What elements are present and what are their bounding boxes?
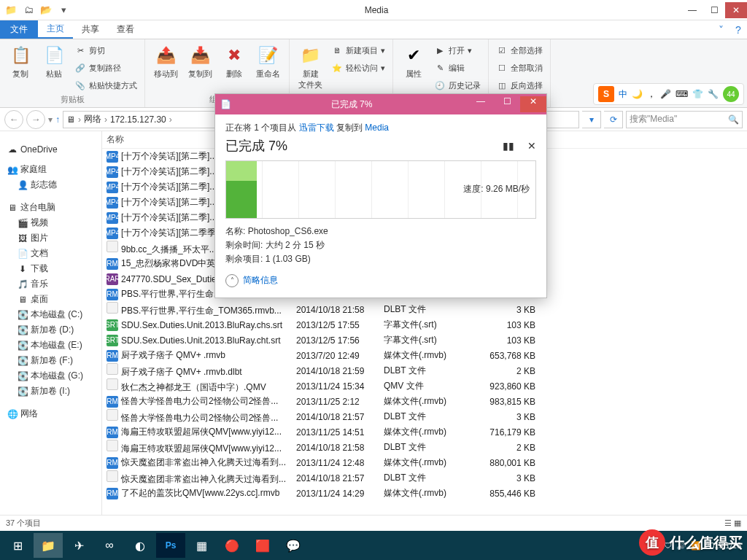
delete-button[interactable]: ✖删除 [220,42,249,81]
cancel-button[interactable]: ✕ [527,140,536,152]
file-row[interactable]: RM了不起的盖茨比QMV[www.22ys.cc].rmvb2013/11/24… [102,486,747,501]
ime-zh-icon[interactable]: 中 [619,88,627,101]
search-input[interactable]: 搜索"Media"🔍 [626,111,743,128]
file-row[interactable]: RM厨子戏子痞子 QMV+ .rmvb2013/7/20 12:49媒体文件(.… [102,348,747,363]
view-icons[interactable]: ☰ ▦ [724,518,741,528]
file-row[interactable]: 怪兽大学怪兽电力公司2怪物公司2怪兽...2014/10/18 21:57DLB… [102,409,747,424]
copy-button[interactable]: 📋复制 [6,42,35,81]
tree-item[interactable]: 💽本地磁盘 (C:) [3,307,98,322]
qat-properties-icon[interactable]: 🗂 [20,2,36,18]
file-row[interactable]: 狄仁杰之神都龙王（国语中字）.QMV2013/11/24 15:34QMV 文件… [102,378,747,394]
ime-kbd-icon[interactable]: ⌨ [676,89,688,99]
start-button[interactable]: ⊞ [3,533,32,558]
easy-access-button[interactable]: ⭐轻松访问 ▾ [330,60,387,76]
qat-newfolder-icon[interactable]: 📂 [38,2,54,18]
select-all-button[interactable]: ☑全部选择 [495,42,544,58]
qat-dropdown-icon[interactable]: ▾ [55,2,71,18]
tb-app6[interactable]: 🔴 [217,533,247,558]
tree-item[interactable]: 🎵音乐 [3,276,98,292]
taskbar[interactable]: ⊞ 📁 ✈ ∞ ◐ Ps ▦ 🔴 🟥 💬 ⚙ 🛡 🔊 📶 2019/1/16 [0,531,747,560]
ime-mic-icon[interactable]: 🎤 [660,89,671,99]
help-icon[interactable]: ? [729,20,747,39]
ime-toolbar[interactable]: S 中 🌙 ， 🎤 ⌨ 👕 🔧 44 [593,83,744,105]
tb-ps[interactable]: Ps [156,533,185,558]
tree-thispc[interactable]: 🖥这台电脑 [7,201,98,214]
dialog-close[interactable]: ✕ [520,96,546,112]
tb-explorer[interactable]: 📁 [34,533,63,558]
addr-dropdown[interactable]: ▾ [582,111,601,128]
file-row[interactable]: SRTSDU.Sex.Duties.Unit.2013.BluRay.cht.s… [102,332,747,348]
tree-item[interactable]: 🎬视频 [3,215,98,230]
tab-home[interactable]: 主页 [38,20,73,39]
minimize-button[interactable]: — [681,2,703,18]
file-row[interactable]: 惊天魔盗团非常盗出神入化腾天过海看到...2014/10/18 21:57DLB… [102,470,747,486]
ribbon-minimize-icon[interactable]: ˅ [712,20,729,39]
close-button[interactable]: ✕ [725,2,747,18]
file-row[interactable]: 海扁王特攻联盟超屌侠QMV[www.yiyi12...2014/10/18 21… [102,440,747,455]
dialog-dst-link[interactable]: Media [365,122,389,133]
dialog-src-link[interactable]: 迅雷下载 [299,122,334,133]
open-button[interactable]: ▶打开 ▾ [433,42,482,58]
new-item-button[interactable]: 🗎新建项目 ▾ [330,42,387,58]
ime-tool-icon[interactable]: 🔧 [708,89,719,99]
file-row[interactable]: SRTSDU.Sex.Duties.Unit.2013.BluRay.chs.s… [102,317,747,332]
tab-share[interactable]: 共享 [73,20,108,39]
up-button[interactable]: ↑ [55,114,60,125]
tb-app7[interactable]: 🟥 [248,533,277,558]
dialog-minimize[interactable]: — [468,96,494,112]
file-row[interactable]: 厨子戏子痞子 QMV+ .rmvb.dlbt2014/10/18 21:59DL… [102,363,747,378]
maximize-button[interactable]: ☐ [703,2,725,18]
ime-skin-icon[interactable]: 👕 [692,89,703,99]
tree-item[interactable]: 💽本地磁盘 (E:) [3,338,98,353]
move-to-button[interactable]: 📤移动到 [151,42,181,81]
sogou-icon[interactable]: S [598,86,614,102]
edit-button[interactable]: ✎编辑 [433,60,482,76]
cut-button[interactable]: ✂剪切 [73,42,139,58]
tree-network[interactable]: 🌐网络 [7,408,98,420]
tb-app3[interactable]: ◐ [125,533,155,558]
tree-item[interactable]: ⬇下载 [3,261,98,276]
tree-onedrive[interactable]: ☁OneDrive [7,144,98,155]
copy-to-button[interactable]: 📥复制到 [185,42,215,81]
file-row[interactable]: PBS.平行世界,平行生命_TOM365.rmvb...2014/10/18 2… [102,302,747,317]
paste-button[interactable]: 📄粘贴 [39,42,69,81]
back-button[interactable]: ← [4,110,23,129]
recent-dropdown[interactable]: ▾ [48,114,53,125]
tree-user[interactable]: 👤彭志德 [3,177,98,192]
tree-item[interactable]: 📄文档 [3,246,98,261]
file-row[interactable]: RM海扁王特攻联盟超屌侠QMV[www.yiyi12...2013/11/25 … [102,424,747,440]
tab-view[interactable]: 查看 [108,20,143,39]
dialog-titlebar[interactable]: 📄 已完成 7% — ☐ ✕ [215,94,546,114]
breadcrumb-host[interactable]: 172.15.127.30 [110,114,166,125]
less-info-button[interactable]: ˄简略信息 [225,274,536,287]
tb-app5[interactable]: ▦ [187,533,216,558]
ime-moon-icon[interactable]: 🌙 [632,89,643,99]
select-none-button[interactable]: ☐全部取消 [495,60,544,76]
tb-app1[interactable]: ✈ [64,533,93,558]
properties-button[interactable]: ✔属性 [399,42,428,81]
forward-button[interactable]: → [26,110,45,129]
history-button[interactable]: 🕘历史记录 [433,77,482,93]
paste-shortcut-button[interactable]: 📎粘贴快捷方式 [73,77,139,93]
refresh-button[interactable]: ⟳ [604,111,623,128]
tree-item[interactable]: 💽新加卷 (I:) [3,384,98,399]
tree-homegroup[interactable]: 👥家庭组 [7,163,98,176]
ime-punct-icon[interactable]: ， [647,88,656,101]
invert-select-button[interactable]: ◫反向选择 [495,77,544,93]
file-row[interactable]: RM惊天魔盗团非常盗出神入化腾天过海看到...2013/11/24 12:48媒… [102,455,747,470]
tree-item[interactable]: 🖼图片 [3,230,98,246]
copy-path-button[interactable]: 🔗复制路径 [73,60,139,76]
tb-app2[interactable]: ∞ [95,533,124,558]
breadcrumb-network[interactable]: 网络 [84,113,101,125]
nav-tree[interactable]: ☁OneDrive 👥家庭组 👤彭志德 🖥这台电脑 🎬视频🖼图片📄文档⬇下载🎵音… [0,131,102,515]
file-row[interactable]: RM怪兽大学怪兽电力公司2怪物公司2怪兽...2013/11/25 2:12媒体… [102,394,747,409]
tree-item[interactable]: 💽新加卷 (D:) [3,322,98,338]
dialog-maximize[interactable]: ☐ [494,96,520,112]
tree-item[interactable]: 💽本地磁盘 (G:) [3,368,98,384]
tree-item[interactable]: 🖥桌面 [3,292,98,307]
file-tab[interactable]: 文件 [0,20,38,39]
pause-button[interactable]: ▮▮ [503,140,514,152]
new-folder-button[interactable]: 📁新建 文件夹 [295,42,325,92]
tree-item[interactable]: 💽新加卷 (F:) [3,353,98,368]
tb-app8[interactable]: 💬 [279,533,308,558]
